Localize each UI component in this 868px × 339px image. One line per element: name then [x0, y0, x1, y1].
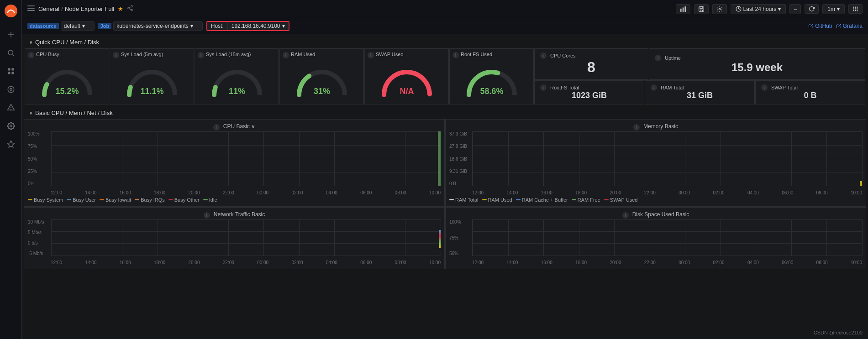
grafana-link[interactable]: Grafana [836, 23, 863, 29]
swap-total-label: SWAP Total [771, 85, 798, 90]
cpu-busy-info[interactable]: i [28, 52, 34, 58]
sys-load-5m-info[interactable]: i [113, 52, 119, 58]
disk-info[interactable]: i [622, 212, 629, 219]
cpu-x-0600: 06:00 [360, 190, 372, 195]
more-options-button[interactable] [848, 4, 863, 14]
cpu-cores-info[interactable]: i [540, 52, 547, 59]
sidebar-item-add[interactable] [3, 26, 19, 43]
breadcrumb-general[interactable]: General [38, 5, 59, 12]
save-button[interactable] [694, 4, 709, 14]
svg-point-24 [719, 8, 721, 10]
net-x-0200: 02:00 [292, 260, 303, 265]
sidebar-item-alerting[interactable] [3, 99, 19, 116]
favorite-icon[interactable]: ★ [118, 5, 123, 12]
basic-cpu-section-header[interactable]: ∨ Basic CPU / Mem / Net / Disk [24, 107, 866, 119]
cpu-basic-chart-area: 100% 75% 50% 25% 0% [28, 131, 441, 195]
cpu-basic-info[interactable]: i [213, 124, 220, 130]
sys-load-15m-info[interactable]: i [198, 52, 204, 58]
sidebar-item-explore[interactable] [3, 81, 19, 98]
ram-used-info[interactable]: i [283, 52, 289, 58]
net-x-1800: 18:00 [154, 260, 165, 265]
legend-ram-free: RAM Free [572, 197, 600, 203]
swap-used-title: SWAP Used [376, 52, 404, 57]
legend-swap-used: SWAP Used [604, 197, 638, 203]
cpu-basic-panel: i CPU Basic ∨ 100% 75% 50% 25% 0% [24, 119, 445, 207]
topbar-left: General / Node Exporter Full ★ [27, 5, 133, 13]
mem-y-2: 27.9 GiB [449, 144, 472, 149]
svg-rect-33 [857, 8, 857, 9]
cpu-cores-panel: i CPU Cores 8 [534, 48, 648, 80]
app-logo[interactable] [4, 4, 18, 18]
datasource-dropdown[interactable]: default ▾ [61, 21, 95, 31]
svg-text:31%: 31% [313, 87, 330, 96]
sidebar-item-dashboards[interactable] [3, 63, 19, 79]
datasource-value: default [64, 23, 80, 29]
svg-rect-2 [8, 68, 10, 70]
content-area: ∨ Quick CPU / Mem / Disk i CPU Busy 15.2… [22, 34, 868, 339]
disk-x-0800: 08:00 [816, 260, 828, 265]
sys-load-15m-gauge: 11% [198, 59, 276, 101]
watermark: CSDN @redrose2100 [814, 330, 863, 335]
interval-selector[interactable]: 1m ▾ [822, 4, 845, 14]
memory-y-axis: 37.3 GiB 27.9 GiB 18.6 GiB 9.31 GiB 0 B [449, 131, 472, 186]
swap-used-gauge: N/A [368, 59, 446, 101]
busy-system-dot [28, 199, 32, 200]
cpu-basic-chevron-icon[interactable]: ∨ [251, 123, 255, 130]
ram-cache-dot [516, 199, 521, 200]
hamburger-icon[interactable] [27, 5, 35, 13]
memory-x-axis: 12:00 14:00 16:00 18:00 20:00 22:00 00:0… [472, 190, 862, 195]
swap-used-info[interactable]: i [368, 52, 374, 58]
legend-ram-cache: RAM Cache + Buffer [516, 197, 568, 203]
svg-line-36 [838, 24, 841, 27]
settings-button[interactable] [712, 4, 727, 14]
bar-chart-button[interactable] [676, 4, 690, 14]
cpu-x-1000: 10:00 [429, 190, 441, 195]
memory-basic-title: Memory Basic [643, 123, 678, 130]
sidebar-item-search[interactable] [3, 45, 19, 61]
disk-x-2000: 20:00 [610, 260, 621, 265]
swap-used-dot [604, 199, 609, 200]
svg-rect-26 [853, 7, 854, 8]
breadcrumb-dashboard: Node Exporter Full [65, 5, 114, 12]
topbar: General / Node Exporter Full ★ Last 2 [22, 0, 868, 18]
net-x-1600: 16:00 [120, 260, 131, 265]
ram-used-title: RAM Used [291, 52, 315, 57]
sidebar-item-admin[interactable] [3, 136, 19, 152]
net-x-1000: 10:00 [429, 260, 441, 265]
swap-total-info[interactable]: i [761, 84, 768, 91]
zoom-out-button[interactable]: − [789, 4, 801, 14]
net-y-2: 5 Mb/s [28, 230, 51, 235]
ram-total-info[interactable]: i [651, 84, 657, 91]
memory-basic-panel: i Memory Basic 37.3 GiB 27.9 GiB 18.6 Gi… [445, 119, 866, 207]
time-range-selector[interactable]: Last 24 hours ▾ [731, 4, 786, 14]
svg-point-7 [10, 89, 12, 91]
root-fs-gauge: 58.6% [452, 59, 531, 101]
network-info[interactable]: i [204, 212, 210, 219]
uptime-info[interactable]: i [655, 55, 661, 61]
github-link[interactable]: GitHub [808, 23, 832, 29]
idle-label: Idle [209, 197, 217, 203]
memory-basic-info[interactable]: i [633, 124, 640, 130]
svg-point-0 [5, 5, 17, 17]
sys-load-5m-title: Sys Load (5m avg) [121, 52, 163, 57]
refresh-button[interactable] [805, 4, 819, 14]
host-dropdown[interactable]: 192.168.16.40:9100 ▾ [228, 22, 289, 30]
rootfs-total-info[interactable]: i [540, 84, 547, 91]
uptime-panel: i Uptime 15.9 week [649, 48, 865, 80]
root-fs-info[interactable]: i [452, 52, 459, 58]
job-dropdown[interactable]: kubernetes-service-endpoints ▾ [113, 21, 202, 31]
ram-free-dot [572, 199, 576, 200]
svg-rect-31 [855, 10, 856, 11]
ram-total-value: 31 GiB [687, 91, 713, 100]
disk-x-1800: 18:00 [575, 260, 587, 265]
net-x-1400: 14:00 [85, 260, 96, 265]
busy-system-label: Busy System [34, 197, 63, 203]
quick-cpu-section-header[interactable]: ∨ Quick CPU / Mem / Disk [24, 36, 866, 48]
share-icon[interactable] [127, 5, 133, 13]
sidebar-item-settings[interactable] [3, 118, 19, 134]
mem-y-4: 9.31 GiB [449, 169, 472, 174]
host-filter: Host: 192.168.16.40:9100 ▾ [206, 21, 289, 31]
disk-x-1200: 12:00 [472, 260, 484, 265]
busy-user-label: Busy User [73, 197, 96, 203]
ram-cache-legend-label: RAM Cache + Buffer [522, 197, 568, 203]
